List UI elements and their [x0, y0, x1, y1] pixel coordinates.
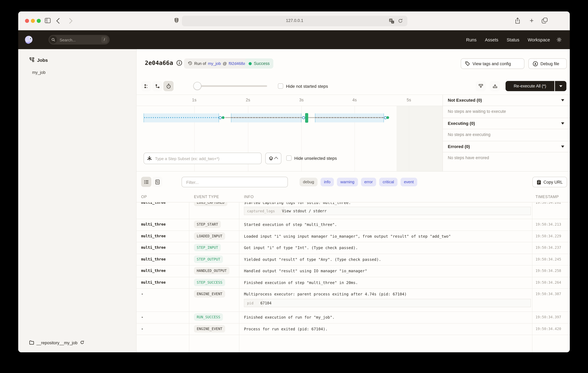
- sidebar-item-my-job[interactable]: my_job: [32, 70, 46, 75]
- close-window-button[interactable]: [25, 19, 29, 23]
- event-type-badge[interactable]: RUN_SUCCESS: [194, 313, 223, 321]
- level-event[interactable]: event: [400, 178, 417, 186]
- nav-runs[interactable]: Runs: [466, 37, 477, 42]
- info-cell: Got input "i" of type "Int". (Type check…: [244, 245, 530, 250]
- unstructured-log-view-button[interactable]: [141, 177, 151, 187]
- structured-log-view-button[interactable]: [152, 177, 162, 187]
- view-tags-config-label: View tags and config: [472, 61, 511, 66]
- log-row[interactable]: multi_three STEP_SUCCESS Finished execut…: [136, 277, 570, 289]
- event-type-badge[interactable]: LOGS_CAPTURED: [194, 202, 227, 206]
- job-link[interactable]: my_job: [208, 61, 221, 66]
- flat-view-button[interactable]: [141, 81, 151, 91]
- zoom-slider-knob[interactable]: [193, 82, 201, 90]
- log-row[interactable]: multi_three LOGS_CAPTURED Started captur…: [136, 202, 570, 219]
- info-cell: Multiprocess executor: parent process ex…: [244, 292, 530, 296]
- step-success-dot[interactable]: [221, 116, 224, 119]
- event-type-badge[interactable]: STEP_START: [194, 221, 221, 228]
- timestamp-cell: 19:50:34.202: [536, 202, 561, 205]
- step-success-dot[interactable]: [386, 116, 389, 119]
- timed-view-button[interactable]: [163, 81, 174, 91]
- step-marker-circle[interactable]: [219, 116, 222, 119]
- log-row[interactable]: multi_three LOADED_INPUT Loaded input "i…: [136, 231, 570, 242]
- reexecute-all-button[interactable]: Re-execute All (*): [505, 81, 554, 91]
- url-bar[interactable]: 127.0.0.1 Ax: [182, 16, 407, 26]
- commit-link[interactable]: f92d468a: [229, 61, 245, 66]
- level-debug[interactable]: debug: [300, 178, 317, 186]
- op-cell: multi_three: [141, 257, 166, 261]
- event-type-badge[interactable]: STEP_OUTPUT: [194, 255, 223, 263]
- log-filter-box[interactable]: [182, 177, 288, 187]
- event-type-badge[interactable]: LOADED_INPUT: [194, 232, 225, 240]
- expand-steps-button[interactable]: [490, 81, 500, 91]
- timestamp-cell: 19:50:34.229: [536, 234, 561, 238]
- status-label: Success: [254, 61, 270, 66]
- log-row[interactable]: - ENGINE_EVENT Multiprocess executor: pa…: [136, 289, 570, 312]
- event-type-badge[interactable]: ENGINE_EVENT: [194, 325, 225, 332]
- log-row[interactable]: multi_three STEP_START Started execution…: [136, 219, 570, 231]
- level-critical[interactable]: critical: [379, 178, 398, 186]
- waterfall-view-button[interactable]: [152, 81, 162, 91]
- hide-unselected-checkbox[interactable]: [286, 155, 292, 161]
- dagster-logo[interactable]: [24, 35, 33, 46]
- back-button[interactable]: [57, 19, 61, 23]
- event-type-badge[interactable]: ENGINE_EVENT: [194, 290, 225, 298]
- op-cell: multi_three: [141, 202, 166, 205]
- section-not-executed[interactable]: Not Executed (0): [443, 95, 570, 106]
- event-type-badge[interactable]: HANDLED_OUTPUT: [194, 267, 230, 274]
- sidebar-toggle-icon[interactable]: [45, 18, 51, 24]
- empty-state-text: No steps are waiting to execute: [448, 109, 506, 114]
- graph-query-toggle-button[interactable]: [265, 153, 281, 164]
- nav-status[interactable]: Status: [507, 37, 519, 42]
- translate-icon[interactable]: Ax: [389, 18, 394, 25]
- global-search[interactable]: /: [49, 35, 110, 44]
- step-marker-circle[interactable]: [302, 116, 305, 119]
- settings-gear-icon[interactable]: [556, 37, 562, 44]
- section-title: Executing (0): [448, 121, 475, 126]
- axis-tick: 2s: [242, 98, 254, 102]
- event-type-badge[interactable]: STEP_INPUT: [194, 244, 221, 251]
- search-input[interactable]: [59, 35, 94, 45]
- new-tab-icon[interactable]: +: [530, 18, 534, 23]
- section-errored[interactable]: Errored (0): [443, 141, 570, 152]
- level-warning[interactable]: warning: [337, 178, 358, 186]
- log-row[interactable]: - RUN_SUCCESS Finished execution of run …: [136, 312, 570, 323]
- privacy-shield-icon[interactable]: [174, 17, 179, 25]
- nav-assets[interactable]: Assets: [485, 37, 498, 42]
- step-subset-input[interactable]: [154, 153, 258, 165]
- tab-overview-icon[interactable]: [542, 18, 547, 25]
- info-cell: Finished execution of run for "my_job".: [244, 315, 530, 319]
- zoom-slider-track[interactable]: [197, 85, 267, 87]
- hide-not-started-checkbox[interactable]: [278, 83, 283, 89]
- reload-icon[interactable]: [398, 18, 403, 25]
- minimize-window-button[interactable]: [31, 19, 35, 23]
- share-icon[interactable]: [515, 17, 520, 25]
- section-executing[interactable]: Executing (0): [443, 118, 570, 129]
- log-filter-input[interactable]: [186, 177, 283, 187]
- copy-url-button[interactable]: Copy URL: [532, 177, 567, 187]
- step-executed-bar[interactable]: [305, 113, 308, 123]
- zoom-window-button[interactable]: [37, 19, 41, 23]
- level-info[interactable]: info: [321, 178, 334, 186]
- forward-button[interactable]: [68, 19, 72, 23]
- collapse-steps-button[interactable]: [476, 81, 486, 91]
- reexecute-dropdown-button[interactable]: [555, 81, 566, 91]
- reload-repository-icon[interactable]: [80, 340, 84, 345]
- view-tags-config-button[interactable]: View tags and config: [461, 58, 524, 69]
- log-row[interactable]: multi_three STEP_INPUT Got input "i" of …: [136, 242, 570, 254]
- log-row[interactable]: multi_three STEP_OUTPUT Yielded output "…: [136, 254, 570, 265]
- success-dot-icon: [249, 62, 252, 65]
- info-icon[interactable]: [176, 60, 182, 67]
- event-type-badge[interactable]: STEP_SUCCESS: [194, 279, 225, 286]
- log-table: OP EVENT TYPE INFO TIMESTAMP multi_three…: [136, 192, 570, 352]
- at-separator: @: [223, 61, 227, 66]
- nav-workspace[interactable]: Workspace: [528, 37, 550, 42]
- level-error[interactable]: error: [361, 178, 376, 186]
- repository-row[interactable]: __repository__my_job: [29, 340, 84, 345]
- col-info: INFO: [244, 195, 254, 199]
- step-subset-box[interactable]: [144, 153, 262, 164]
- metadata-value-link[interactable]: View stdout / stderr: [282, 207, 326, 215]
- debug-file-button[interactable]: Debug file: [528, 58, 567, 69]
- log-row[interactable]: - ENGINE_EVENT Process for run exited (p…: [136, 323, 570, 335]
- log-row[interactable]: multi_three HANDLED_OUTPUT Handled outpu…: [136, 265, 570, 277]
- chevron-down-icon: [559, 85, 562, 87]
